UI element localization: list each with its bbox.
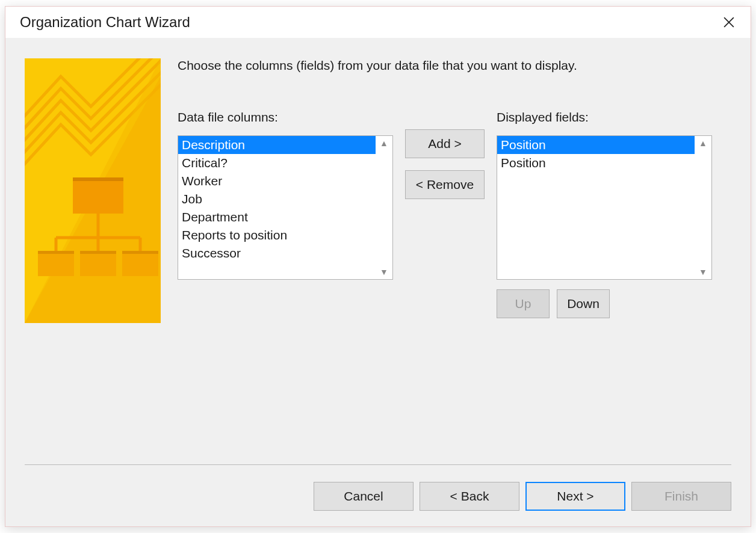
svg-rect-12 [38, 251, 74, 276]
scrollbar[interactable]: ▲ ▼ [695, 136, 711, 279]
divider [25, 464, 731, 465]
remove-button[interactable]: < Remove [405, 170, 485, 199]
chevron-up-icon[interactable]: ▲ [380, 138, 388, 148]
close-button[interactable] [717, 10, 741, 34]
chevron-down-icon[interactable]: ▼ [380, 267, 388, 277]
scrollbar[interactable]: ▲ ▼ [376, 136, 392, 279]
next-button[interactable]: Next > [525, 482, 625, 511]
org-chart-icon [25, 58, 161, 323]
instruction-text: Choose the columns (fields) from your da… [178, 58, 731, 73]
close-icon [723, 17, 734, 28]
wizard-illustration [25, 58, 161, 323]
add-button[interactable]: Add > [405, 129, 485, 158]
footer-buttons: Cancel < Back Next > Finish [25, 482, 731, 526]
svg-rect-15 [80, 251, 116, 254]
list-item[interactable]: Reports to position [178, 226, 376, 244]
titlebar: Organization Chart Wizard [5, 7, 751, 38]
back-button[interactable]: < Back [420, 482, 519, 511]
data-columns-listbox[interactable]: DescriptionCritical?WorkerJobDepartmentR… [178, 135, 393, 280]
finish-button[interactable]: Finish [631, 482, 731, 511]
list-item[interactable]: Successor [178, 244, 376, 262]
svg-rect-6 [73, 177, 123, 181]
svg-rect-16 [122, 251, 158, 276]
svg-rect-17 [122, 251, 158, 254]
list-item[interactable]: Department [178, 208, 376, 226]
cancel-button[interactable]: Cancel [314, 482, 414, 511]
list-item[interactable]: Job [178, 190, 376, 208]
displayed-fields-label: Displayed fields: [497, 110, 712, 125]
down-button[interactable]: Down [557, 289, 610, 318]
up-button[interactable]: Up [497, 289, 550, 318]
chevron-down-icon[interactable]: ▼ [699, 267, 707, 277]
data-columns-label: Data file columns: [178, 110, 393, 125]
displayed-fields-listbox[interactable]: PositionPosition ▲ ▼ [497, 135, 712, 280]
chevron-up-icon[interactable]: ▲ [699, 138, 707, 148]
list-item[interactable]: Position [497, 136, 695, 154]
list-item[interactable]: Worker [178, 172, 376, 190]
list-item[interactable]: Critical? [178, 154, 376, 172]
list-item[interactable]: Description [178, 136, 376, 154]
list-item[interactable]: Position [497, 154, 695, 172]
wizard-dialog: Organization Chart Wizard [5, 6, 751, 527]
svg-rect-13 [38, 251, 74, 254]
content-area: Choose the columns (fields) from your da… [5, 38, 751, 526]
svg-rect-14 [80, 251, 116, 276]
dialog-title: Organization Chart Wizard [20, 14, 190, 31]
svg-rect-5 [73, 177, 123, 214]
